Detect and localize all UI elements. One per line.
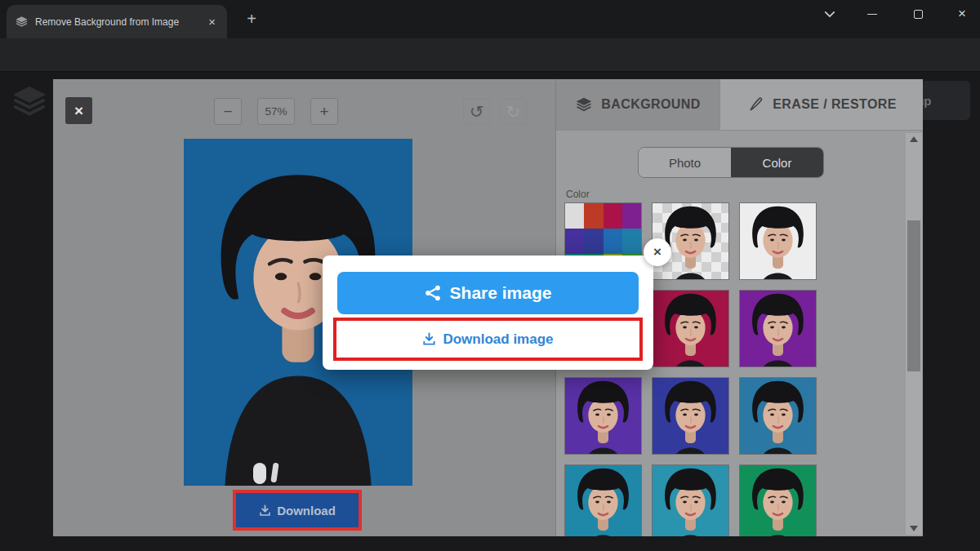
zoom-level-value: 57%: [257, 98, 295, 125]
maximize-icon: [914, 10, 923, 19]
zoom-out-button[interactable]: −: [214, 98, 242, 125]
palette-swatch: [584, 229, 603, 254]
palette-swatch: [622, 203, 641, 229]
window-maximize-button[interactable]: [902, 0, 934, 28]
brush-icon: [747, 96, 764, 113]
share-download-modal: Share image Download image ×: [323, 256, 653, 370]
thumbnail-background-option[interactable]: [652, 290, 729, 367]
person-thumbnail: [740, 203, 816, 279]
window-menu-chevron-icon[interactable]: [813, 0, 846, 28]
thumbnail-background-option[interactable]: [564, 377, 642, 455]
share-icon: [425, 285, 441, 301]
download-image-label: Download image: [443, 331, 553, 348]
palette-swatch: [565, 229, 584, 254]
person-thumbnail: [565, 378, 641, 454]
person-thumbnail: [740, 465, 816, 536]
tab-title: Remove Background from Image: [35, 16, 198, 28]
window-close-button[interactable]: ×: [946, 0, 978, 28]
browser-titlebar: Remove Background from Image × + ×: [0, 0, 980, 38]
removebg-favicon-layers-icon: [15, 15, 29, 29]
scrollbar-thumb[interactable]: [907, 220, 920, 371]
person-thumbnail: [740, 291, 816, 367]
browser-tab[interactable]: Remove Background from Image ×: [7, 5, 227, 38]
tab-erase-restore[interactable]: ERASE / RESTORE: [719, 79, 923, 130]
zoom-in-button[interactable]: +: [310, 98, 338, 125]
photo-color-toggle: Photo Color: [638, 147, 824, 178]
palette-swatch: [604, 229, 622, 254]
download-annotation-highlight: Download: [233, 490, 362, 531]
thumbnail-background-option[interactable]: [739, 377, 817, 455]
modal-close-button[interactable]: ×: [644, 238, 671, 266]
panel-scrollbar[interactable]: [906, 133, 922, 535]
palette-swatch: [584, 203, 603, 229]
palette-swatch: [622, 229, 641, 254]
editor-close-button[interactable]: ×: [65, 97, 92, 124]
new-tab-button[interactable]: +: [242, 10, 261, 29]
download-icon: [422, 332, 436, 346]
scroll-up-icon[interactable]: [910, 136, 918, 142]
share-image-label: Share image: [450, 283, 552, 303]
download-image-button[interactable]: Download image: [336, 321, 639, 358]
palette-swatch: [565, 203, 584, 229]
thumbnail-background-option[interactable]: [652, 464, 729, 536]
download-icon: [259, 504, 271, 517]
toggle-photo-option[interactable]: Photo: [639, 148, 731, 177]
download-image-annotation-highlight: Download image: [333, 318, 643, 361]
layers-icon: [575, 96, 593, 113]
tab-background-label: BACKGROUND: [601, 97, 700, 112]
toggle-color-option[interactable]: Color: [731, 148, 823, 177]
thumbnail-background-option[interactable]: [739, 290, 817, 367]
undo-button[interactable]: ↺: [463, 99, 490, 125]
tab-erase-restore-label: ERASE / RESTORE: [773, 97, 897, 112]
person-thumbnail: [653, 378, 728, 454]
download-button-label: Download: [277, 504, 336, 518]
panel-tabs: BACKGROUND ERASE / RESTORE: [556, 79, 923, 131]
thumbnail-background-option[interactable]: [564, 464, 642, 536]
person-thumbnail: [653, 465, 728, 536]
window-minimize-button[interactable]: [856, 0, 889, 28]
color-section-label: Color: [566, 189, 590, 200]
microphone-detail: [253, 463, 266, 484]
download-button[interactable]: Download: [236, 493, 359, 527]
person-thumbnail: [653, 291, 728, 367]
thumbnail-background-option[interactable]: [739, 202, 817, 280]
tab-background[interactable]: BACKGROUND: [556, 79, 719, 130]
tab-close-icon[interactable]: ×: [205, 14, 219, 29]
thumbnail-background-option[interactable]: [652, 377, 729, 455]
person-thumbnail: [565, 465, 641, 536]
redo-button[interactable]: ↻: [500, 99, 527, 125]
removebg-page: Sign up × − 57% + ↺ ↻ Download: [0, 72, 980, 551]
thumbnail-background-option[interactable]: [739, 464, 817, 536]
scroll-down-icon[interactable]: [910, 526, 918, 531]
share-image-button[interactable]: Share image: [337, 272, 639, 314]
browser-window: Remove Background from Image × + × ← → ↻…: [0, 0, 980, 551]
palette-swatch: [604, 203, 622, 229]
person-thumbnail: [740, 378, 816, 454]
browser-toolbar: ← → ↻ remove.bg /upload Khách ⋮: [0, 38, 980, 72]
minimize-icon: [867, 14, 877, 15]
removebg-logo-layers-icon: [10, 82, 49, 121]
